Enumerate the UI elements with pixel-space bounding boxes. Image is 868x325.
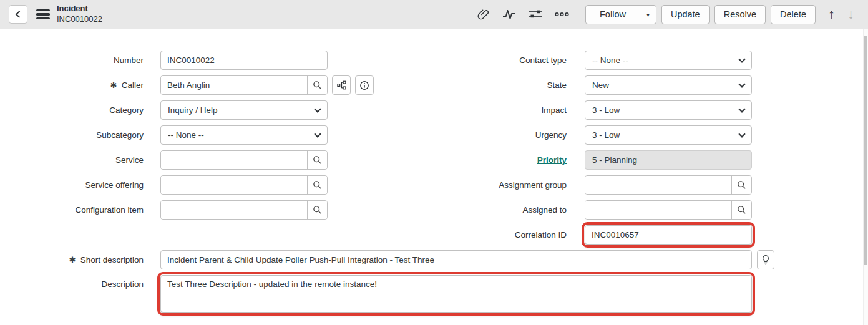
follow-button[interactable]: Follow (586, 6, 640, 24)
field-row-service-offering: Service offering (0, 175, 382, 195)
state-label: State (424, 80, 567, 90)
caller-input[interactable] (161, 76, 307, 94)
required-icon: ✱ (110, 80, 117, 90)
caller-reference-field (160, 75, 328, 95)
form-column-left: Number ✱ Caller (0, 51, 382, 250)
activity-stream-button[interactable] (496, 8, 522, 21)
caller-org-chart-button[interactable] (332, 75, 351, 95)
record-type-label: Incident (57, 4, 102, 14)
field-row-assignment-group: Assignment group (424, 175, 752, 195)
scrollbar-track[interactable] (863, 29, 868, 325)
field-row-service: Service (0, 150, 382, 170)
field-row-state: State New (424, 75, 752, 95)
configuration-item-input[interactable] (161, 201, 307, 219)
field-row-assigned-to: Assigned to (424, 200, 752, 220)
assigned-to-input[interactable] (585, 201, 731, 219)
service-offering-lookup-button[interactable] (307, 176, 327, 194)
subcategory-label: Subcategory (0, 130, 144, 140)
chevron-down-icon (738, 56, 745, 62)
attachment-button[interactable] (471, 7, 496, 21)
personalize-form-button[interactable] (522, 8, 549, 21)
category-select[interactable]: Inquiry / Help (160, 100, 328, 120)
priority-label-link[interactable]: Priority (537, 155, 567, 165)
state-select[interactable]: New (585, 75, 752, 95)
previous-record-button[interactable]: ↑ (822, 7, 841, 21)
service-input[interactable] (161, 151, 307, 169)
service-offering-input[interactable] (161, 176, 307, 194)
caret-down-icon: ▾ (646, 11, 650, 18)
required-icon: ✱ (69, 255, 76, 264)
caller-preview-button[interactable] (355, 75, 374, 95)
priority-readonly-field: 5 - Planning (585, 150, 752, 170)
category-label: Category (0, 105, 144, 115)
form-column-right: Contact type -- None -- State New (424, 51, 752, 250)
arrow-up-icon: ↑ (828, 6, 835, 22)
activity-pulse-icon (502, 8, 517, 21)
chevron-down-icon (738, 80, 745, 87)
field-row-priority: Priority 5 - Planning (424, 150, 752, 170)
search-icon (737, 205, 746, 215)
assigned-to-label: Assigned to (424, 205, 567, 215)
field-row-subcategory: Subcategory -- None -- (0, 125, 382, 145)
short-description-input[interactable] (160, 250, 752, 269)
scrollbar-thumb[interactable] (864, 36, 867, 265)
header-bar: Incident INC0010022 (0, 0, 868, 29)
impact-select[interactable]: 3 - Low (585, 100, 752, 120)
correlation-id-input-highlighted[interactable] (585, 225, 752, 245)
configuration-item-label: Configuration item (0, 205, 144, 215)
service-offering-label: Service offering (0, 180, 144, 190)
hamburger-menu-icon[interactable] (36, 9, 50, 20)
configuration-item-lookup-button[interactable] (307, 201, 327, 219)
lightbulb-icon (761, 255, 770, 266)
field-row-correlation-id: Correlation ID (424, 225, 752, 245)
search-icon (313, 80, 322, 90)
assigned-to-lookup-button[interactable] (731, 201, 751, 219)
suggestion-button[interactable] (757, 250, 774, 269)
chevron-down-icon (314, 105, 321, 112)
sliders-icon (528, 8, 543, 21)
assigned-to-reference-field (585, 200, 752, 220)
back-button[interactable] (9, 5, 27, 24)
incident-form: Number ✱ Caller (0, 29, 868, 313)
header-actions: Follow ▾ Update Resolve Delete ↑ ↓ (471, 5, 861, 24)
caller-lookup-button[interactable] (307, 76, 327, 94)
number-input[interactable] (160, 51, 328, 70)
paperclip-icon (477, 7, 490, 21)
short-description-label: ✱ Short description (0, 255, 144, 264)
number-label: Number (0, 56, 144, 65)
assignment-group-input[interactable] (585, 176, 731, 194)
urgency-select[interactable]: 3 - Low (585, 125, 752, 145)
chevron-down-icon (738, 105, 745, 112)
service-label: Service (0, 155, 144, 165)
assignment-group-reference-field (585, 175, 752, 195)
search-icon (313, 205, 322, 215)
field-row-configuration-item: Configuration item (0, 200, 382, 220)
field-row-short-description: ✱ Short description (0, 250, 868, 269)
search-icon (313, 155, 322, 165)
delete-button[interactable]: Delete (771, 5, 816, 24)
contact-type-label: Contact type (424, 56, 567, 65)
follow-dropdown-button[interactable]: ▾ (640, 6, 656, 24)
more-options-button[interactable] (549, 11, 575, 17)
caller-label: ✱ Caller (0, 80, 144, 90)
correlation-id-label: Correlation ID (424, 230, 567, 240)
service-offering-reference-field (160, 175, 328, 195)
org-chart-icon (337, 80, 346, 90)
next-record-button[interactable]: ↓ (841, 7, 861, 21)
contact-type-select[interactable]: -- None -- (585, 51, 752, 70)
description-textarea-highlighted[interactable]: Test Three Description - updated in the … (160, 275, 752, 313)
update-button[interactable]: Update (661, 5, 710, 24)
service-lookup-button[interactable] (307, 151, 327, 169)
search-icon (313, 180, 322, 190)
field-row-contact-type: Contact type -- None -- (424, 51, 752, 70)
chevron-down-icon (314, 130, 321, 137)
assignment-group-lookup-button[interactable] (731, 176, 751, 194)
record-title: Incident INC0010022 (57, 4, 102, 25)
resolve-button[interactable]: Resolve (714, 5, 766, 24)
field-row-urgency: Urgency 3 - Low (424, 125, 752, 145)
configuration-item-reference-field (160, 200, 328, 220)
more-dots-icon (554, 11, 570, 17)
impact-label: Impact (424, 105, 567, 115)
field-row-number: Number (0, 51, 382, 70)
subcategory-select[interactable]: -- None -- (160, 125, 328, 145)
